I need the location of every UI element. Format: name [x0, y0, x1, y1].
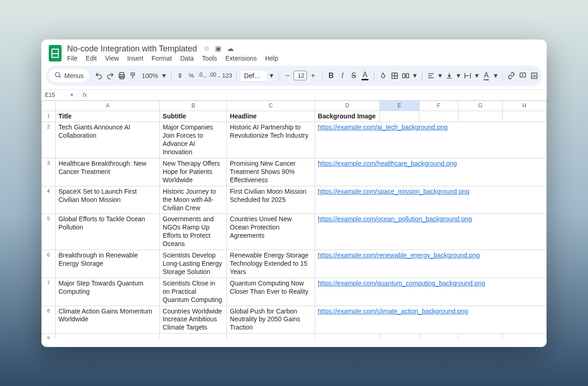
cell-subtitle[interactable]: Major Companies Join Forces to Advance A… — [160, 122, 227, 158]
row-header[interactable]: 5 — [42, 214, 56, 250]
decrease-decimals-button[interactable]: .0← — [198, 69, 208, 83]
horizontal-align-button[interactable] — [426, 69, 436, 83]
menu-format[interactable]: Format — [152, 55, 172, 62]
col-header-b[interactable]: B — [160, 101, 227, 111]
cell-empty[interactable] — [379, 111, 419, 122]
valign-dropdown-icon[interactable]: ▾ — [455, 69, 462, 83]
cell-bgimage[interactable]: https://example.com/ocean_pollution_back… — [315, 214, 546, 250]
redo-button[interactable] — [105, 69, 116, 83]
text-color-button[interactable]: A — [360, 69, 370, 83]
move-folder-icon[interactable]: ▣ — [215, 45, 221, 53]
more-formats-button[interactable]: 123 — [222, 69, 232, 83]
borders-button[interactable] — [389, 69, 400, 83]
cell-title[interactable]: Major Step Towards Quantum Computing — [56, 278, 160, 306]
row-header[interactable]: 2 — [42, 122, 56, 158]
insert-comment-button[interactable] — [518, 69, 528, 83]
link[interactable]: https://example.com/space_mission_backgr… — [318, 188, 469, 195]
menu-view[interactable]: View — [105, 55, 119, 62]
cell-empty[interactable] — [503, 111, 547, 122]
cell-subtitle[interactable]: Governments and NGOs Ramp Up Efforts to … — [160, 214, 227, 250]
col-header-h[interactable]: H — [503, 101, 547, 111]
star-icon[interactable]: ☆ — [204, 45, 209, 53]
merge-cells-button[interactable] — [401, 69, 411, 83]
cell-headline[interactable]: Countries Unveil New Ocean Protection Ag… — [227, 214, 315, 250]
row-header[interactable]: 3 — [42, 158, 56, 186]
halign-dropdown-icon[interactable]: ▾ — [437, 69, 443, 83]
cell-empty[interactable] — [458, 111, 503, 122]
cell-empty[interactable] — [227, 334, 315, 339]
cell-headline[interactable]: Promising New Cancer Treatment Shows 90%… — [227, 158, 315, 186]
cell-title[interactable]: Global Efforts to Tackle Ocean Pollution — [56, 214, 160, 250]
wrap-dropdown-icon[interactable]: ▾ — [474, 69, 481, 83]
text-wrap-button[interactable] — [463, 69, 473, 83]
col-header-g[interactable]: G — [458, 101, 503, 111]
cell-title[interactable]: Tech Giants Announce AI Collaboration — [56, 122, 160, 158]
insert-link-button[interactable] — [506, 69, 517, 83]
cell-bgimage-header[interactable]: Background Image — [315, 111, 379, 122]
cell-subtitle-header[interactable]: Subtitle — [160, 111, 227, 122]
menu-data[interactable]: Data — [180, 55, 194, 62]
cell-bgimage[interactable]: https://example.com/space_mission_backgr… — [315, 186, 546, 214]
italic-button[interactable]: I — [337, 69, 348, 83]
cell-empty[interactable] — [458, 334, 503, 339]
spreadsheet-grid[interactable]: A B C D E F G H 1TitleSubtitleHeadlineBa… — [41, 101, 547, 339]
menu-insert[interactable]: Insert — [127, 55, 143, 62]
cell-subtitle[interactable]: Historic Journey to the Moon with All-Ci… — [160, 186, 227, 214]
col-header-c[interactable]: C — [227, 101, 315, 111]
zoom-select[interactable]: 100% — [141, 72, 158, 79]
link[interactable]: https://example.com/healthcare_backgroun… — [318, 160, 457, 167]
link[interactable]: https://example.com/climate_action_backg… — [318, 308, 468, 315]
cell-empty[interactable] — [379, 334, 419, 339]
link[interactable]: https://example.com/quantum_computing_ba… — [318, 280, 485, 287]
cell-headline[interactable]: Global Push for Carbon Neutrality by 205… — [227, 306, 315, 334]
cell-headline[interactable]: Renewable Energy Storage Technology Exte… — [227, 250, 315, 278]
menu-file[interactable]: File — [67, 55, 78, 62]
cell-headline[interactable]: Quantum Computing Now Closer Than Ever t… — [227, 278, 315, 306]
font-family-select[interactable]: Defaul… — [240, 70, 267, 82]
cell-bgimage[interactable]: https://example.com/healthcare_backgroun… — [315, 158, 546, 186]
row-header[interactable]: 4 — [42, 186, 56, 214]
zoom-dropdown-icon[interactable]: ▾ — [161, 69, 167, 83]
menu-help[interactable]: Help — [265, 55, 278, 62]
vertical-align-button[interactable] — [444, 69, 455, 83]
cell-headline[interactable]: First Civilian Moon Mission Scheduled fo… — [227, 186, 315, 214]
cell-title[interactable]: Breakthrough in Renewable Energy Storage — [56, 250, 160, 278]
link[interactable]: https://example.com/ocean_pollution_back… — [318, 215, 472, 223]
cell-empty[interactable] — [419, 111, 458, 122]
document-title[interactable]: No-code Integration with Templated — [67, 44, 197, 54]
increase-decimals-button[interactable]: .00→ — [209, 69, 221, 83]
font-family-dropdown-icon[interactable]: ▾ — [268, 69, 275, 83]
rotation-dropdown-icon[interactable]: ▾ — [492, 69, 499, 83]
format-currency-button[interactable]: $ — [175, 69, 186, 83]
text-rotation-button[interactable]: A — [481, 69, 492, 83]
cell-bgimage[interactable]: https://example.com/ai_tech_background.p… — [315, 122, 546, 158]
cell-empty[interactable] — [419, 334, 458, 339]
link[interactable]: https://example.com/ai_tech_background.p… — [318, 123, 448, 131]
col-header-a[interactable]: A — [56, 101, 160, 111]
select-all-corner[interactable] — [42, 101, 56, 111]
cell-subtitle[interactable]: New Therapy Offers Hope for Patients Wor… — [160, 158, 227, 186]
insert-chart-button[interactable] — [529, 69, 539, 83]
cell-bgimage[interactable]: https://example.com/renewable_energy_bac… — [315, 250, 546, 278]
format-percent-button[interactable]: % — [186, 69, 197, 83]
col-header-e[interactable]: E — [379, 101, 419, 111]
cell-title[interactable]: SpaceX Set to Launch First Civilian Moon… — [56, 186, 160, 214]
cell-empty[interactable] — [56, 334, 160, 339]
col-header-f[interactable]: F — [419, 101, 458, 111]
print-button[interactable] — [116, 69, 127, 83]
name-box-dropdown-icon[interactable]: ▼ — [70, 93, 74, 97]
cell-empty[interactable] — [315, 334, 379, 339]
link[interactable]: https://example.com/renewable_energy_bac… — [318, 252, 480, 259]
cell-title-header[interactable]: Title — [56, 111, 160, 122]
cell-bgimage[interactable]: https://example.com/climate_action_backg… — [315, 306, 546, 334]
row-header[interactable]: 9 — [42, 334, 56, 339]
cell-subtitle[interactable]: Scientists Develop Long-Lasting Energy S… — [160, 250, 227, 278]
menu-extensions[interactable]: Extensions — [225, 55, 256, 62]
font-size-decrease-button[interactable]: − — [283, 69, 293, 83]
cell-subtitle[interactable]: Countries Worldwide Increase Ambitious C… — [160, 306, 227, 334]
row-header[interactable]: 1 — [42, 111, 56, 122]
menu-tools[interactable]: Tools — [202, 55, 217, 62]
cell-subtitle[interactable]: Scientists Close in on Practical Quantum… — [160, 278, 227, 306]
name-box[interactable]: E15 ▼ — [41, 92, 78, 98]
menu-edit[interactable]: Edit — [86, 55, 97, 62]
